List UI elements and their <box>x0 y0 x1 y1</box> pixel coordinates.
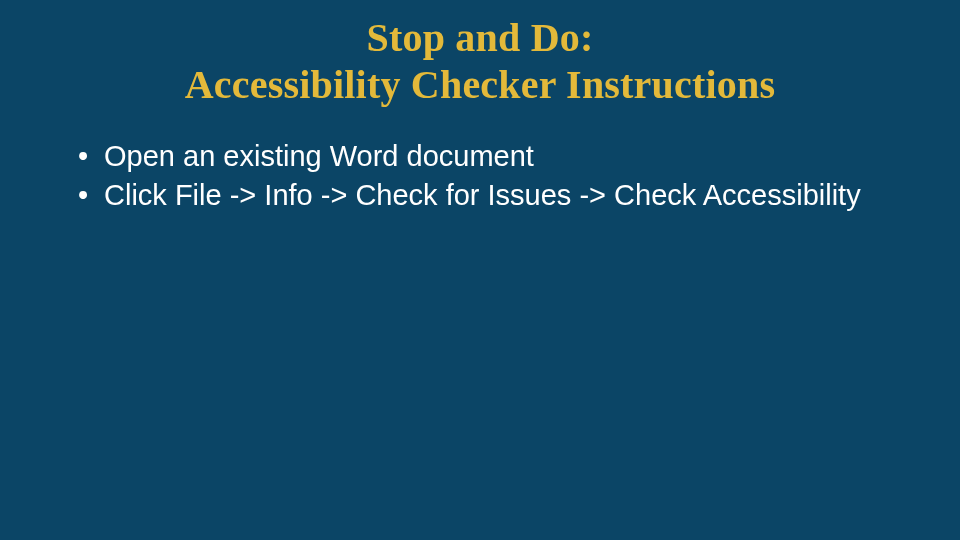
slide-title-line-2: Accessibility Checker Instructions <box>185 62 775 107</box>
list-item: Click File -> Info -> Check for Issues -… <box>76 177 900 213</box>
list-item: Open an existing Word document <box>76 138 900 174</box>
slide-title-line-1: Stop and Do: <box>367 15 594 60</box>
slide: Stop and Do: Accessibility Checker Instr… <box>0 0 960 540</box>
bullet-list: Open an existing Word document Click Fil… <box>0 138 960 213</box>
slide-title: Stop and Do: Accessibility Checker Instr… <box>0 14 960 108</box>
